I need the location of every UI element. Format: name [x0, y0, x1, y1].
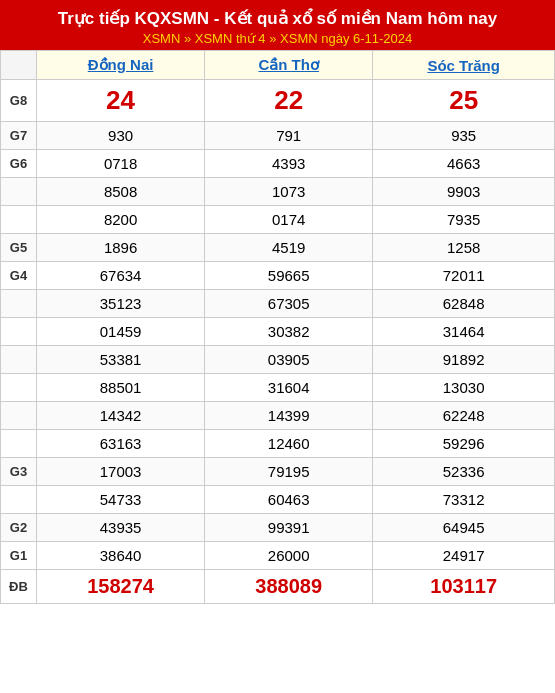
cell-value: 17003 [37, 458, 205, 486]
cell-value: 4393 [205, 150, 373, 178]
cell-value: 1073 [205, 178, 373, 206]
header: Trực tiếp KQXSMN - Kết quả xổ số miền Na… [0, 0, 555, 50]
table-row: G5189645191258 [1, 234, 555, 262]
cell-value: 63163 [37, 430, 205, 458]
row-label: G5 [1, 234, 37, 262]
row-label: G2 [1, 514, 37, 542]
table-row: 351236730562848 [1, 290, 555, 318]
row-label: G3 [1, 458, 37, 486]
cell-value: 03905 [205, 346, 373, 374]
cell-value: 0718 [37, 150, 205, 178]
table-row: G1386402600024917 [1, 542, 555, 570]
cell-value: 930 [37, 122, 205, 150]
cell-value: 12460 [205, 430, 373, 458]
cell-value: 53381 [37, 346, 205, 374]
row-label [1, 430, 37, 458]
row-label [1, 178, 37, 206]
cell-value: 79195 [205, 458, 373, 486]
cell-value: 0174 [205, 206, 373, 234]
table-row: G3170037919552336 [1, 458, 555, 486]
cell-value: 31464 [373, 318, 555, 346]
cell-value: 388089 [205, 570, 373, 604]
cell-value: 62248 [373, 402, 555, 430]
row-label: G4 [1, 262, 37, 290]
table-row: 014593038231464 [1, 318, 555, 346]
cell-value: 54733 [37, 486, 205, 514]
cell-value: 60463 [205, 486, 373, 514]
cell-value: 13030 [373, 374, 555, 402]
cell-value: 88501 [37, 374, 205, 402]
cell-value: 7935 [373, 206, 555, 234]
table-row: 885013160413030 [1, 374, 555, 402]
row-label [1, 374, 37, 402]
cell-value: 935 [373, 122, 555, 150]
table-row: 143421439962248 [1, 402, 555, 430]
cell-value: 9903 [373, 178, 555, 206]
cell-value: 59296 [373, 430, 555, 458]
table-row: G4676345966572011 [1, 262, 555, 290]
cell-value: 24 [37, 80, 205, 122]
cell-value: 158274 [37, 570, 205, 604]
page-title: Trực tiếp KQXSMN - Kết quả xổ số miền Na… [4, 8, 551, 29]
cell-value: 4663 [373, 150, 555, 178]
cell-value: 35123 [37, 290, 205, 318]
lottery-table: Đồng Nai Cần Thơ Sóc Trăng G8242225G7930… [0, 50, 555, 604]
cell-value: 1258 [373, 234, 555, 262]
cell-value: 25 [373, 80, 555, 122]
cell-value: 38640 [37, 542, 205, 570]
table-row: 850810739903 [1, 178, 555, 206]
cell-value: 52336 [373, 458, 555, 486]
row-label [1, 346, 37, 374]
cell-value: 22 [205, 80, 373, 122]
breadcrumb: XSMN » XSMN thứ 4 » XSMN ngày 6-11-2024 [4, 31, 551, 46]
cell-value: 103117 [373, 570, 555, 604]
cell-value: 791 [205, 122, 373, 150]
cell-value: 8508 [37, 178, 205, 206]
table-row: 820001747935 [1, 206, 555, 234]
table-row: ĐB158274388089103117 [1, 570, 555, 604]
cell-value: 14342 [37, 402, 205, 430]
cell-value: 67305 [205, 290, 373, 318]
row-label: G7 [1, 122, 37, 150]
table-row: G6071843934663 [1, 150, 555, 178]
row-label: G6 [1, 150, 37, 178]
cell-value: 67634 [37, 262, 205, 290]
province-header-soctrang: Sóc Trăng [373, 51, 555, 80]
cell-value: 31604 [205, 374, 373, 402]
table-row: 631631246059296 [1, 430, 555, 458]
cell-value: 8200 [37, 206, 205, 234]
cell-value: 99391 [205, 514, 373, 542]
cell-value: 14399 [205, 402, 373, 430]
cell-value: 64945 [373, 514, 555, 542]
row-label: ĐB [1, 570, 37, 604]
row-label [1, 206, 37, 234]
cell-value: 62848 [373, 290, 555, 318]
row-label: G1 [1, 542, 37, 570]
table-row: G7930791935 [1, 122, 555, 150]
table-row: 547336046373312 [1, 486, 555, 514]
cell-value: 30382 [205, 318, 373, 346]
row-label [1, 402, 37, 430]
cell-value: 1896 [37, 234, 205, 262]
cell-value: 43935 [37, 514, 205, 542]
cell-value: 91892 [373, 346, 555, 374]
table-row: G8242225 [1, 80, 555, 122]
row-label [1, 290, 37, 318]
province-header-dongnai: Đồng Nai [37, 51, 205, 80]
row-label: G8 [1, 80, 37, 122]
cell-value: 73312 [373, 486, 555, 514]
province-header-cantho: Cần Thơ [205, 51, 373, 80]
cell-value: 59665 [205, 262, 373, 290]
cell-value: 01459 [37, 318, 205, 346]
cell-value: 4519 [205, 234, 373, 262]
col-label-header [1, 51, 37, 80]
cell-value: 24917 [373, 542, 555, 570]
table-row: 533810390591892 [1, 346, 555, 374]
row-label [1, 486, 37, 514]
cell-value: 26000 [205, 542, 373, 570]
cell-value: 72011 [373, 262, 555, 290]
table-row: G2439359939164945 [1, 514, 555, 542]
row-label [1, 318, 37, 346]
